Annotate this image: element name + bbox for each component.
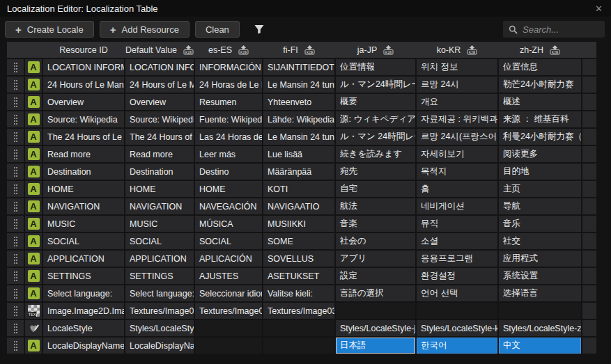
cell-ja_JP[interactable]: 自宅 — [336, 181, 415, 197]
filter-icon[interactable] — [254, 24, 265, 35]
cell-resource_id[interactable]: HOME — [43, 181, 124, 197]
cell-ja_JP[interactable]: 言語の選択 — [336, 285, 415, 301]
cell-default_value[interactable]: Overview — [125, 94, 194, 110]
row-drag-handle[interactable] — [7, 251, 24, 267]
cell-es_ES[interactable] — [195, 320, 262, 336]
cell-ja_JP[interactable]: ル・マン 24時間レース（ — [336, 129, 415, 145]
cell-fi_FI[interactable]: KOTI — [263, 181, 334, 197]
cell-fi_FI[interactable]: SOVELLUS — [263, 251, 334, 267]
cell-ko_KR[interactable]: 위치 정보 — [417, 59, 497, 75]
close-icon[interactable]: ✕ — [592, 3, 605, 15]
cell-resource_id[interactable]: Read more — [43, 146, 124, 162]
cell-resource_id[interactable]: Destination — [43, 164, 124, 180]
row-drag-handle[interactable] — [7, 338, 24, 354]
cell-ja_JP[interactable]: 源: ウィキペディア — [336, 111, 415, 127]
cell-zh_ZH[interactable]: 音乐 — [499, 216, 581, 232]
cell-ko_KR[interactable]: 언어 선택 — [417, 285, 497, 301]
cell-resource_id[interactable]: Source: Wikipedia — [43, 111, 124, 127]
cell-resource_id[interactable]: LocaleDisplayName — [43, 338, 124, 354]
cell-default_value[interactable]: LocaleDisplayNam — [125, 338, 194, 354]
cell-default_value[interactable]: APPLICATION — [125, 251, 194, 267]
row-drag-handle[interactable] — [7, 285, 24, 301]
export-locale-icon[interactable]: K2B — [304, 45, 315, 55]
row-drag-handle[interactable] — [7, 111, 24, 127]
cell-resource_id[interactable]: Select language: — [43, 285, 124, 301]
cell-default_value[interactable]: MUSIC — [125, 216, 194, 232]
cell-es_ES[interactable]: Textures/Image02 — [195, 303, 262, 319]
cell-resource_id[interactable]: SETTINGS — [43, 268, 124, 284]
cell-default_value[interactable]: HOME — [125, 181, 194, 197]
cell-ja_JP[interactable]: 続きを読みます — [336, 146, 415, 162]
cell-default_value[interactable]: 24 Hours of Le Ma — [125, 77, 194, 93]
cell-es_ES[interactable]: MÚSICA — [195, 216, 262, 232]
cell-fi_FI[interactable] — [263, 320, 334, 336]
cell-default_value[interactable]: Styles/LocaleStyle — [125, 320, 194, 336]
cell-es_ES[interactable]: Leer más — [195, 146, 262, 162]
row-drag-handle[interactable] — [7, 146, 24, 162]
cell-fi_FI[interactable]: Le Mansin 24 tunn — [263, 77, 334, 93]
cell-es_ES[interactable]: Las 24 Horas de L — [195, 129, 262, 145]
export-locale-icon[interactable]: K2B — [467, 45, 477, 55]
column-header-zh_ZH[interactable]: zh-ZH K2B — [499, 42, 581, 58]
cell-fi_FI[interactable] — [263, 338, 334, 354]
cell-resource_id[interactable]: MUSIC — [43, 216, 124, 232]
cell-ko_KR[interactable]: 환경설정 — [417, 268, 497, 284]
cell-default_value[interactable]: Source: Wikipedia — [125, 111, 194, 127]
cell-default_value[interactable]: The 24 Hours of L — [125, 129, 194, 145]
cell-fi_FI[interactable]: Määränpää — [263, 164, 334, 180]
row-drag-handle[interactable] — [7, 303, 24, 319]
cell-ko_KR[interactable]: 홈 — [417, 181, 497, 197]
cell-ja_JP[interactable]: Styles/LocaleStyle-jp — [336, 320, 415, 336]
cell-default_value[interactable]: Textures/Image01 — [125, 303, 194, 319]
row-drag-handle[interactable] — [7, 320, 24, 336]
cell-ko_KR[interactable]: Styles/LocaleStyle-kr — [417, 320, 497, 336]
cell-fi_FI[interactable]: Lähde: Wikipedia — [263, 111, 334, 127]
row-drag-handle[interactable] — [7, 216, 24, 232]
cell-ja_JP[interactable]: 日本語 — [336, 338, 415, 354]
cell-ko_KR[interactable]: 개요 — [417, 94, 497, 110]
cell-zh_ZH[interactable]: 中文 — [499, 338, 581, 354]
cell-ja_JP[interactable]: 宛先 — [336, 164, 415, 180]
cell-default_value[interactable]: Select language: — [125, 285, 194, 301]
cell-ko_KR[interactable]: 자료제공 : 위키백과 — [417, 111, 497, 127]
cell-ko_KR[interactable]: 르망 24시(프랑스어: 2 — [417, 129, 497, 145]
cell-zh_ZH[interactable]: 利曼24小时耐力赛（2 — [499, 129, 581, 145]
add-resource-button[interactable]: + Add Resource — [100, 21, 190, 38]
cell-zh_ZH[interactable] — [499, 303, 581, 319]
cell-es_ES[interactable]: AJUSTES — [195, 268, 262, 284]
row-drag-handle[interactable] — [7, 181, 24, 197]
cell-es_ES[interactable]: Destino — [195, 164, 262, 180]
cell-resource_id[interactable]: NAVIGATION — [43, 198, 124, 214]
cell-ko_KR[interactable]: 목적지 — [417, 164, 497, 180]
cell-es_ES[interactable]: APLICACIÓN — [195, 251, 262, 267]
cell-ja_JP[interactable]: 設定 — [336, 268, 415, 284]
cell-resource_id[interactable]: 24 Hours of Le Mans — [43, 77, 124, 93]
cell-ja_JP[interactable]: 概要 — [336, 94, 415, 110]
row-drag-handle[interactable] — [7, 59, 24, 75]
cell-zh_ZH[interactable]: 来源 ： 维基百科 — [499, 111, 581, 127]
row-drag-handle[interactable] — [7, 94, 24, 110]
clean-button[interactable]: Clean — [195, 21, 240, 38]
cell-default_value[interactable]: Destination — [125, 164, 194, 180]
cell-ko_KR[interactable]: 응용프로그램 — [417, 251, 497, 267]
row-drag-handle[interactable] — [7, 198, 24, 214]
cell-es_ES[interactable]: 24 Horas de Le Ma — [195, 77, 262, 93]
cell-ko_KR[interactable]: 네비게이션 — [417, 198, 497, 214]
export-locale-icon[interactable]: K2B — [238, 45, 249, 55]
cell-es_ES[interactable]: Seleccionar idiom — [195, 285, 262, 301]
export-locale-icon[interactable]: K2B — [383, 45, 394, 55]
cell-fi_FI[interactable]: NAVIGAATIO — [263, 198, 334, 214]
cell-resource_id[interactable]: Overview — [43, 94, 124, 110]
row-drag-handle[interactable] — [7, 129, 24, 145]
cell-resource_id[interactable]: Image.Image2D.Imag — [43, 303, 124, 319]
cell-ja_JP[interactable]: 社会の — [336, 233, 415, 249]
column-header-es_ES[interactable]: es-ES K2B — [195, 42, 262, 58]
cell-fi_FI[interactable]: Lue lisää — [263, 146, 334, 162]
cell-ja_JP[interactable]: 航法 — [336, 198, 415, 214]
cell-ko_KR[interactable]: 소셜 — [417, 233, 497, 249]
create-locale-button[interactable]: + Create Locale — [5, 21, 94, 38]
column-header-resource_id[interactable]: Resource ID — [43, 42, 124, 58]
cell-fi_FI[interactable]: Valitse kieli: — [263, 285, 334, 301]
cell-zh_ZH[interactable]: 社交 — [499, 233, 581, 249]
cell-es_ES[interactable]: NAVEGACIÓN — [195, 198, 262, 214]
